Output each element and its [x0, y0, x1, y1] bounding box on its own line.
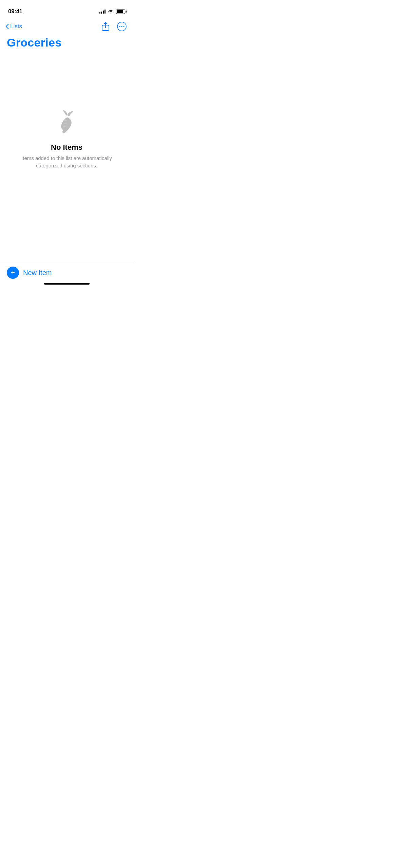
ellipsis-icon	[117, 22, 127, 31]
new-item-row: + New Item	[7, 265, 127, 280]
svg-point-4	[123, 26, 125, 27]
home-indicator	[7, 280, 127, 287]
navigation-bar: Lists	[0, 18, 133, 35]
plus-icon: +	[11, 269, 15, 276]
empty-state-subtitle: Items added to this list are automatical…	[14, 155, 120, 169]
nav-actions	[99, 20, 128, 33]
status-time: 09:41	[8, 8, 22, 15]
status-bar: 09:41	[0, 0, 133, 18]
add-item-button[interactable]: +	[7, 267, 19, 279]
empty-state: No Items Items added to this list are au…	[0, 109, 133, 169]
home-bar	[44, 283, 90, 285]
more-button[interactable]	[116, 20, 128, 33]
back-button[interactable]: Lists	[5, 22, 25, 31]
bottom-bar: + New Item	[0, 261, 133, 289]
svg-point-2	[119, 26, 120, 27]
share-button[interactable]	[99, 20, 112, 33]
empty-state-title: No Items	[51, 143, 82, 152]
page-title-container: Groceries	[0, 35, 133, 55]
back-label: Lists	[10, 23, 22, 30]
wifi-icon	[108, 10, 114, 14]
share-icon	[102, 22, 109, 31]
chevron-left-icon	[5, 24, 9, 29]
new-item-label: New Item	[23, 269, 52, 277]
svg-point-3	[121, 26, 122, 27]
status-icons	[99, 10, 125, 14]
page-title: Groceries	[7, 36, 127, 49]
carrot-icon	[53, 109, 80, 136]
signal-icon	[99, 10, 106, 14]
battery-icon	[116, 10, 125, 14]
